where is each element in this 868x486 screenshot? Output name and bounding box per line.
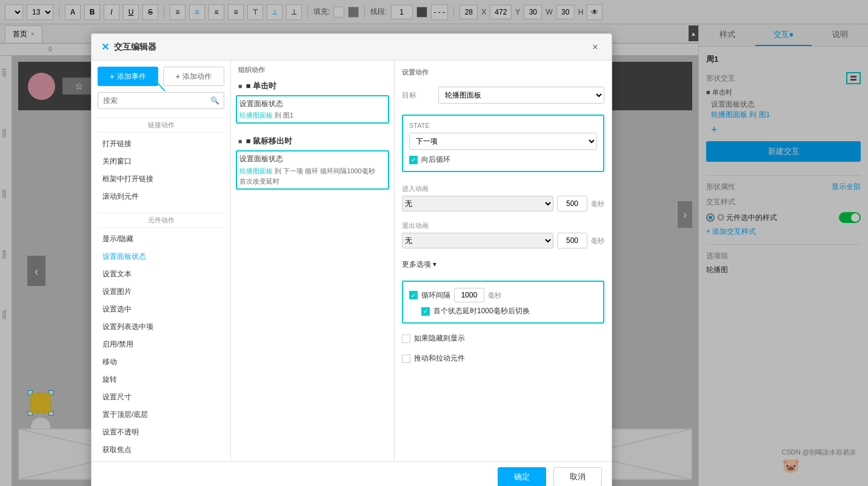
add-action-btn[interactable]: + 添加动作 <box>163 67 225 86</box>
first-state-checkbox[interactable]: ✓ <box>421 307 430 316</box>
show-if-hidden-label: 如果隐藏则显示 <box>414 333 465 344</box>
mouseout-event-header[interactable]: ■ ■ 鼠标移出时 <box>236 132 389 150</box>
push-drag-row: 推动和拉动元件 <box>402 353 604 364</box>
modal-right-panel: 设置动作 目标 轮播图面板 STATE 下一项 ✓ 向后循环 <box>395 61 612 461</box>
middle-event1-detail: 轮播图面板 到 图1 <box>239 111 386 120</box>
middle-event1-title[interactable]: 设置面板状态 <box>239 99 386 109</box>
link-actions-section: 链接动作 打开链接 关闭窗口 框架中打开链接 滚动到元件 <box>92 115 230 208</box>
modal-search: 🔍 <box>98 92 224 109</box>
enter-anim-section: 进入动画 无 毫秒 <box>402 184 604 211</box>
loop-box: ✓ 循环间隔 毫秒 ✓ 首个状态延时1000毫秒后切换 <box>402 281 604 324</box>
loop-checkbox-row: ✓ 向后循环 <box>409 155 597 165</box>
search-icon: 🔍 <box>210 96 219 105</box>
state-box-title: STATE <box>409 122 597 129</box>
middle-event2-detail: 轮播图面板 到 下一项 循环 循环间隔1000毫秒 首次改变延时 <box>239 166 386 186</box>
more-options-link[interactable]: 更多选项 ▾ <box>402 260 436 268</box>
organize-label: 组织动作 <box>231 61 394 77</box>
first-state-label: 首个状态延时1000毫秒后切换 <box>433 306 530 316</box>
push-drag-label: 推动和拉动元件 <box>414 353 465 364</box>
mouseout-action-box: 设置面板状态 轮播图面板 到 下一项 循环 循环间隔1000毫秒 首次改变延时 <box>236 150 389 190</box>
action-set-text[interactable]: 设置文本 <box>98 265 224 283</box>
modal-body: + 添加事件 + 添加动作 🔍 链接动作 打开链接 关闭窗口 框 <box>92 61 612 461</box>
action-focus[interactable]: 获取焦点 <box>98 441 224 459</box>
action-show-hide[interactable]: 显示/隐藏 <box>98 230 224 248</box>
search-input[interactable] <box>98 92 224 109</box>
settings-header: 设置动作 <box>402 68 604 77</box>
enter-anim-select[interactable]: 无 <box>402 196 553 211</box>
action-set-list-selected[interactable]: 设置列表选中项 <box>98 318 224 336</box>
click-event-title: ■ 单击时 <box>246 81 276 92</box>
exit-anim-section: 退出动画 无 毫秒 <box>402 221 604 248</box>
loop-checkbox-label: 向后循环 <box>421 155 450 165</box>
exit-anim-title: 退出动画 <box>402 221 604 230</box>
modal-left-panel: + 添加事件 + 添加动作 🔍 链接动作 打开链接 关闭窗口 框 <box>92 61 231 461</box>
modal-footer: 确定 取消 <box>92 461 612 486</box>
show-if-hidden-checkbox[interactable] <box>402 335 410 343</box>
state-select[interactable]: 下一项 <box>409 133 597 150</box>
logo-x-icon: ✕ <box>101 41 109 53</box>
show-if-hidden-row: 如果隐藏则显示 <box>402 333 604 344</box>
modal-dialog: ✕ 交互编辑器 × + 添加事件 + 添加动作 <box>91 33 612 486</box>
loop-interval-row: ✓ 循环间隔 毫秒 <box>409 288 597 302</box>
target-select[interactable]: 轮播图面板 <box>438 87 604 104</box>
add-event-btn[interactable]: + 添加事件 <box>98 67 158 86</box>
enter-anim-title: 进入动画 <box>402 184 604 193</box>
action-close-window[interactable]: 关闭窗口 <box>98 153 224 170</box>
mouseout-event-group: ■ ■ 鼠标移出时 设置面板状态 轮播图面板 到 下一项 循环 循环间隔1000… <box>231 132 394 198</box>
exit-anim-ms[interactable] <box>557 233 587 248</box>
action-enable-disable[interactable]: 启用/禁用 <box>98 336 224 353</box>
component-actions-section: 元件动作 显示/隐藏 设置面板状态 设置文本 设置图片 设置选中 设置列表选中项… <box>92 208 230 461</box>
target-label: 目标 <box>402 90 438 101</box>
link-actions-title: 链接动作 <box>98 118 224 133</box>
component-actions-title: 元件动作 <box>98 213 224 228</box>
loop-interval-label: 循环间隔 <box>421 290 450 301</box>
action-set-panel-state[interactable]: 设置面板状态 <box>98 248 224 265</box>
target-row: 目标 轮播图面板 <box>402 87 604 104</box>
action-move[interactable]: 移动 <box>98 353 224 371</box>
click-event-header[interactable]: ■ ■ 单击时 <box>236 77 389 95</box>
action-scroll-to[interactable]: 滚动到元件 <box>98 188 224 205</box>
click-event-group: ■ ■ 单击时 设置面板状态 轮播图面板 到 图1 <box>231 77 394 132</box>
loop-interval-input[interactable] <box>454 288 484 302</box>
action-set-top-bottom[interactable]: 置于顶层/底层 <box>98 406 224 424</box>
exit-anim-unit: 毫秒 <box>591 236 604 245</box>
loop-unit: 毫秒 <box>488 291 501 300</box>
click-action-box: 设置面板状态 轮播图面板 到 图1 <box>236 95 389 124</box>
exit-anim-select[interactable]: 无 <box>402 233 553 248</box>
confirm-btn[interactable]: 确定 <box>498 467 546 487</box>
mouseout-event-title: ■ 鼠标移出时 <box>246 136 292 147</box>
cancel-btn[interactable]: 取消 <box>553 467 602 487</box>
modal-overlay: ✕ 交互编辑器 × + 添加事件 + 添加动作 <box>0 0 868 486</box>
push-drag-checkbox[interactable] <box>402 355 410 363</box>
loop-interval-checkbox[interactable]: ✓ <box>409 291 418 299</box>
modal-action-buttons: + 添加事件 + 添加动作 <box>92 61 230 92</box>
first-state-row: ✓ 首个状态延时1000毫秒后切换 <box>409 306 597 316</box>
action-set-selected[interactable]: 设置选中 <box>98 301 224 318</box>
enter-anim-unit: 毫秒 <box>591 199 604 208</box>
modal-header: ✕ 交互编辑器 × <box>92 34 612 61</box>
modal-title: 交互编辑器 <box>114 42 156 53</box>
action-set-size[interactable]: 设置尺寸 <box>98 388 224 406</box>
action-set-opacity[interactable]: 设置不透明 <box>98 424 224 441</box>
action-open-in-frame[interactable]: 框架中打开链接 <box>98 170 224 188</box>
action-open-link[interactable]: 打开链接 <box>98 135 224 153</box>
modal-close-btn[interactable]: × <box>589 41 602 54</box>
state-box: STATE 下一项 ✓ 向后循环 <box>402 115 604 172</box>
loop-checkbox[interactable]: ✓ <box>409 156 418 164</box>
action-set-image[interactable]: 设置图片 <box>98 283 224 301</box>
enter-anim-ms[interactable] <box>557 196 587 211</box>
action-rotate[interactable]: 旋转 <box>98 371 224 388</box>
more-options-row: 更多选项 ▾ <box>402 259 604 270</box>
middle-event2-title[interactable]: 设置面板状态 <box>239 154 386 164</box>
modal-middle-panel: 组织动作 ■ ■ 单击时 设置面板状态 轮播图面板 到 图1 <box>231 61 395 461</box>
